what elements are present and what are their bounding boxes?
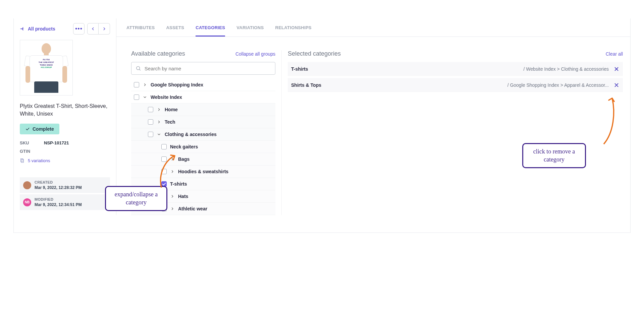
tree-node-google-shopping[interactable]: Google Shopping Index [131, 79, 275, 91]
chevron-down-icon[interactable] [157, 132, 161, 137]
variations-link[interactable]: 5 variations [20, 158, 110, 163]
checkbox[interactable] [161, 206, 167, 211]
tab-categories[interactable]: CATEGORIES [196, 25, 225, 37]
chevron-right-icon[interactable] [170, 169, 175, 174]
selected-name: Shirts & Tops [291, 82, 321, 88]
tree-label: Google Shopping Index [151, 82, 203, 87]
status-label: Complete [33, 126, 54, 132]
tree-node-clothing[interactable]: Clothing & accessories [131, 128, 275, 141]
prev-product-button[interactable] [87, 23, 99, 35]
remove-category-icon[interactable] [613, 82, 620, 88]
checkbox[interactable] [134, 94, 139, 100]
available-title: Available categories [131, 50, 185, 57]
tree-node-tshirts[interactable]: T-shirts [131, 178, 275, 190]
chevron-down-icon[interactable] [143, 95, 147, 100]
tab-attributes[interactable]: ATTRIBUTES [126, 25, 155, 37]
dots-icon: ••• [75, 26, 83, 32]
check-icon [25, 127, 30, 131]
created-info: CREATED Mar 9, 2022, 12:28:32 PM [20, 177, 110, 193]
tree-node-hoodies[interactable]: Hoodies & sweatshirts [131, 166, 275, 178]
sku-label: SKU [20, 140, 35, 145]
tree-label: Home [165, 107, 178, 112]
chevron-right-icon[interactable] [170, 194, 175, 199]
checkbox-checked[interactable] [161, 181, 167, 187]
tab-assets[interactable]: ASSETS [166, 25, 184, 37]
tab-variations[interactable]: VARIATIONS [236, 25, 264, 37]
created-date: Mar 9, 2022, 12:28:32 PM [35, 185, 82, 190]
tree-label: Tech [165, 119, 175, 125]
selected-category-row: T-shirts / Website Index > Clothing & ac… [288, 62, 623, 76]
app-window: All products ••• [13, 18, 631, 233]
product-image: PLYTIX THE GREATEST THING SINCE #VLOOKUP [20, 40, 73, 95]
product-title: Plytix Greatest T-Shirt, Short-Sleeve, W… [20, 102, 110, 118]
tree-label: Neck gaiters [170, 144, 198, 149]
search-input[interactable] [145, 66, 271, 71]
modifier-avatar: NB [23, 198, 31, 206]
selected-name: T-shirts [291, 66, 308, 72]
category-search[interactable] [131, 62, 275, 75]
modified-info: NB MODIFIED Mar 9, 2022, 12:34:51 PM [20, 194, 110, 210]
chevron-right-icon[interactable] [143, 82, 147, 87]
chevron-right-icon [102, 26, 107, 31]
tree-label: T-shirts [170, 181, 187, 187]
remove-category-icon[interactable] [613, 66, 620, 72]
available-categories-panel: Available categories Collapse all groups… [131, 50, 275, 215]
shirt-print-text: PLYTIX THE GREATEST THING SINCE #VLOOKUP [36, 59, 57, 69]
next-product-button[interactable] [99, 23, 110, 35]
tree-label: Bags [178, 156, 190, 162]
chevron-right-icon[interactable] [170, 206, 175, 211]
tree-node-bags[interactable]: Bags [131, 153, 275, 166]
back-label: All products [28, 26, 55, 31]
clear-all-link[interactable]: Clear all [606, 51, 623, 57]
selected-path: / Google Shopping Index > Apparel & Acce… [507, 82, 609, 88]
collapse-all-link[interactable]: Collapse all groups [235, 51, 275, 57]
variations-icon [20, 158, 25, 163]
arrow-left-icon [20, 26, 25, 31]
tree-label: Athletic wear [178, 206, 207, 211]
search-icon [136, 65, 141, 71]
chevron-right-icon[interactable] [170, 157, 175, 161]
tab-relationships[interactable]: RELATIONSHIPS [275, 25, 311, 37]
checkbox[interactable] [148, 119, 153, 125]
variations-label: 5 variations [28, 158, 50, 163]
checkbox[interactable] [161, 156, 167, 162]
modified-label: MODIFIED [35, 197, 82, 202]
chevron-right-icon[interactable] [157, 107, 161, 112]
tree-label: Clothing & accessories [165, 132, 217, 137]
checkbox[interactable] [134, 82, 139, 87]
selected-categories-panel: Selected categories Clear all T-shirts /… [281, 50, 623, 215]
tree-node-website-index[interactable]: Website Index [131, 91, 275, 104]
chevron-left-icon [91, 26, 95, 31]
selected-title: Selected categories [288, 50, 341, 57]
checkbox[interactable] [148, 132, 153, 137]
tree-label: Hats [178, 194, 188, 199]
tree-label: Website Index [151, 94, 182, 100]
more-actions-button[interactable]: ••• [73, 23, 85, 35]
checkbox[interactable] [148, 107, 153, 112]
tree-node-athletic[interactable]: Athletic wear [131, 203, 275, 215]
product-side-panel: All products ••• [14, 18, 116, 215]
created-label: CREATED [35, 180, 82, 185]
tree-node-tech[interactable]: Tech [131, 116, 275, 128]
modified-date: Mar 9, 2022, 12:34:51 PM [35, 202, 82, 207]
status-badge: Complete [20, 124, 59, 134]
tree-node-neck-gaiters[interactable]: Neck gaiters [131, 141, 275, 153]
selected-path: / Website Index > Clothing & accessories [523, 66, 609, 72]
tree-node-home[interactable]: Home [131, 104, 275, 116]
svg-point-0 [137, 66, 140, 70]
tree-node-hats[interactable]: Hats [131, 190, 275, 203]
checkbox[interactable] [161, 169, 167, 174]
checkbox[interactable] [161, 194, 167, 199]
sku-value: NSP-101721 [44, 140, 69, 145]
category-tree: Google Shopping Index Website Index Home [131, 79, 275, 215]
back-to-all-products[interactable]: All products [20, 26, 55, 31]
chevron-right-icon[interactable] [157, 120, 161, 124]
checkbox[interactable] [161, 144, 167, 149]
product-tabs: ATTRIBUTES ASSETS CATEGORIES VARIATIONS … [116, 18, 630, 37]
gtin-label: GTIN [20, 149, 35, 154]
selected-category-row: Shirts & Tops / Google Shopping Index > … [288, 78, 623, 92]
tree-label: Hoodies & sweatshirts [178, 169, 228, 174]
creator-avatar [23, 181, 31, 189]
